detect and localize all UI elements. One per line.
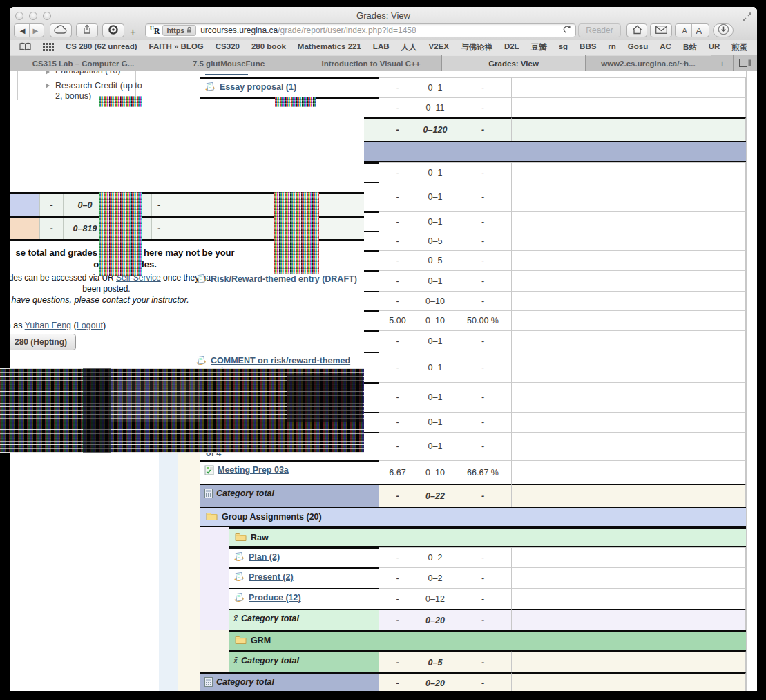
range-cell: 0–5: [416, 250, 454, 270]
browser-toolbar: ◀ ▶ + UR https urcourses.uregina.ca/grad…: [10, 25, 757, 40]
home-button[interactable]: [626, 23, 647, 37]
feedback-cell: [511, 291, 746, 310]
bookmark-item[interactable]: FAITH » BLOG: [149, 42, 204, 53]
grade-cell: -: [379, 382, 416, 412]
grade-cell: -: [379, 117, 416, 141]
cut-grade-item-link[interactable]: [205, 72, 248, 75]
login-status: in as Yuhan Feng (Logout): [10, 321, 106, 330]
range-cell: 0–1: [416, 412, 454, 432]
grade-item-link[interactable]: Produce (12): [249, 593, 301, 603]
calculator-icon: [204, 677, 213, 689]
new-tab-button[interactable]: +: [711, 55, 734, 71]
bookmark-item[interactable]: CS 280 (62 unread): [66, 42, 137, 53]
reload-icon[interactable]: [562, 24, 571, 37]
font-smaller-button[interactable]: A: [682, 27, 687, 35]
bookmark-item[interactable]: 煎蛋: [731, 42, 747, 53]
range-cell: 0–10: [416, 460, 454, 484]
bookmark-item[interactable]: CS320: [216, 42, 240, 53]
indent-cell: [10, 218, 39, 239]
bookmark-item[interactable]: AC: [660, 42, 671, 53]
font-size-buttons[interactable]: A A: [675, 23, 709, 37]
bookmark-item[interactable]: 280 book: [251, 42, 286, 53]
percent-cell: -: [454, 672, 511, 691]
grade-item-link[interactable]: Risk/Reward-themed entry (DRAFT): [211, 274, 357, 284]
font-larger-button[interactable]: A: [696, 26, 702, 36]
icloud-tabs-button[interactable]: [50, 23, 72, 37]
back-forward-buttons[interactable]: ◀ ▶: [14, 23, 44, 37]
range-cell: 0–1: [416, 432, 454, 460]
bookmark-item[interactable]: BBS: [580, 42, 596, 53]
fullscreen-icon[interactable]: [743, 12, 751, 24]
extension-button[interactable]: [102, 23, 124, 37]
bookmark-item[interactable]: D2L: [504, 42, 519, 53]
top-sites-icon[interactable]: [43, 41, 54, 54]
course-button[interactable]: 280 (Hepting): [10, 334, 76, 350]
assignment-icon: [233, 572, 245, 585]
grade-item-link[interactable]: Present (2): [249, 572, 294, 582]
title-bar[interactable]: Grades: View: [10, 7, 757, 25]
forward-icon[interactable]: ▶: [33, 27, 39, 35]
bookmark-item[interactable]: V2EX: [429, 42, 449, 53]
tab-3[interactable]: Introduction to Visual C++: [300, 55, 442, 71]
downloads-button[interactable]: [713, 23, 734, 37]
range-cell: 0–20: [416, 672, 454, 691]
reader-button[interactable]: Reader: [578, 23, 621, 37]
share-icon: [82, 24, 92, 37]
grade-cell: -: [379, 97, 416, 117]
lock-icon: [186, 26, 192, 35]
bookmark-item[interactable]: 人人: [401, 42, 417, 53]
tab-overview-button[interactable]: [734, 55, 757, 71]
bookmark-item[interactable]: 豆瓣: [531, 42, 547, 53]
sidebar-item-participation[interactable]: Participation (10): [55, 71, 144, 76]
bookmark-item[interactable]: UR: [709, 42, 720, 53]
percent-cell: 66.67 %: [454, 460, 511, 484]
range-cell: 0–5: [416, 651, 454, 672]
bookmark-item[interactable]: rn: [608, 42, 616, 53]
grade-item-row: Essay proposal (1): [200, 77, 379, 97]
bookmark-item[interactable]: sg: [559, 42, 568, 53]
url-field[interactable]: UR https urcourses.uregina.ca/grade/repo…: [145, 23, 576, 37]
total-label: Category total: [241, 614, 299, 623]
bookmark-item[interactable]: B站: [683, 42, 697, 53]
percent-cell: -: [454, 382, 511, 412]
grade-item-link[interactable]: Plan (2): [249, 552, 280, 562]
feedback-cell: [511, 352, 746, 382]
bookmark-item[interactable]: 与佛论禅: [461, 42, 492, 53]
category-label: GRM: [251, 636, 271, 645]
grade-item-row: Category total: [200, 484, 379, 507]
range-cell: 0–1: [416, 77, 454, 97]
percent-cell: -: [454, 588, 511, 609]
percent-cell: 50.00 %: [454, 310, 511, 330]
new-tab-button[interactable]: +: [130, 26, 136, 37]
grade-cell: -: [379, 77, 416, 97]
reading-list-icon[interactable]: [19, 41, 31, 54]
grade-cell: -: [379, 412, 416, 432]
mail-icon: [655, 26, 667, 36]
tab-5[interactable]: www2.cs.uregina.ca/~h...: [586, 55, 711, 71]
tab-2[interactable]: 7.5 glutMouseFunc: [157, 55, 300, 71]
bookmark-item[interactable]: LAB: [373, 42, 390, 53]
percent-cell: -: [454, 567, 511, 588]
back-icon[interactable]: ◀: [20, 27, 26, 35]
grade-item-link[interactable]: Essay proposal (1): [220, 82, 296, 92]
grade-cell: -: [379, 270, 416, 291]
grade-cell: 6.67: [379, 460, 416, 484]
mail-button[interactable]: [650, 23, 672, 37]
percent-cell: -: [454, 609, 511, 630]
bookmark-item[interactable]: Gosu: [628, 42, 648, 53]
tab-1[interactable]: CS315 Lab – Computer G...: [10, 55, 157, 71]
feedback-cell: [511, 382, 746, 412]
feedback-cell: [511, 672, 746, 691]
user-link[interactable]: Yuhan Feng: [25, 321, 71, 330]
grade-item-link[interactable]: Meeting Prep 03a: [218, 465, 289, 475]
feedback-cell: [511, 97, 746, 117]
disclosure-triangle-icon[interactable]: [46, 83, 50, 88]
share-button[interactable]: [76, 23, 98, 37]
logout-link[interactable]: Logout: [77, 321, 103, 330]
grade-cell: -: [379, 182, 416, 211]
disclosure-triangle-icon[interactable]: [46, 71, 50, 75]
bookmark-item[interactable]: Mathematics 221: [298, 42, 361, 53]
tab-4[interactable]: Grades: View: [442, 55, 586, 71]
range-cell: 0–10: [416, 291, 454, 310]
percent-cell: -: [454, 211, 511, 231]
